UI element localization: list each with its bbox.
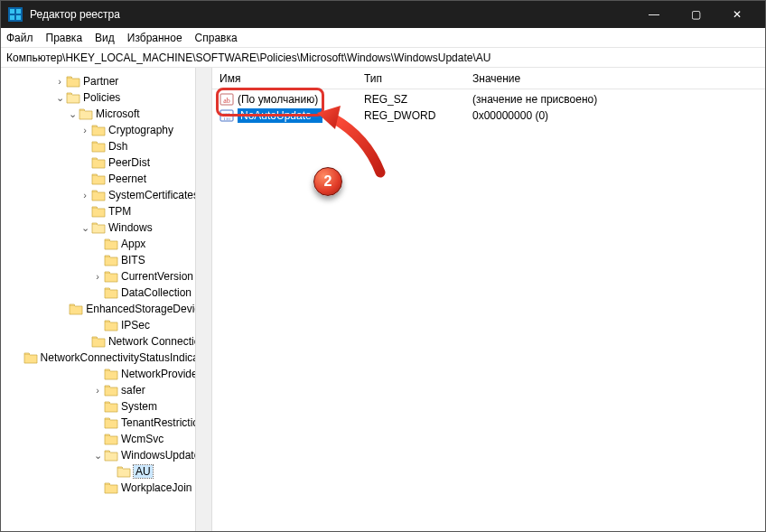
folder-icon xyxy=(91,221,106,234)
folder-icon xyxy=(104,384,118,397)
folder-icon xyxy=(104,400,118,413)
list-row[interactable]: 011110REG_DWORD0x00000000 (0) xyxy=(212,107,765,124)
tree-item[interactable]: BITS xyxy=(3,252,211,268)
tree-item[interactable]: ⌄Microsoft xyxy=(3,106,211,122)
value-type: REG_SZ xyxy=(357,93,465,106)
value-type: REG_DWORD xyxy=(357,109,465,122)
close-button[interactable]: ✕ xyxy=(716,1,758,28)
tree-item[interactable]: TPM xyxy=(3,203,211,219)
svg-rect-4 xyxy=(16,15,21,20)
tree-item-label: Dsh xyxy=(108,140,127,153)
tree-item[interactable]: Peernet xyxy=(3,171,211,187)
string-value-icon: ab xyxy=(220,92,234,107)
menu-view[interactable]: Вид xyxy=(95,32,115,44)
folder-icon xyxy=(66,75,80,88)
chevron-right-icon[interactable]: › xyxy=(53,76,66,87)
chevron-right-icon[interactable]: › xyxy=(91,385,104,396)
tree-item-label: Partner xyxy=(83,75,118,88)
address-bar[interactable]: Компьютер\HKEY_LOCAL_MACHINE\SOFTWARE\Po… xyxy=(1,48,765,68)
folder-icon xyxy=(104,433,118,445)
tree-item[interactable]: WcmSvc xyxy=(3,431,211,447)
folder-icon xyxy=(104,416,118,429)
maximize-button[interactable]: ▢ xyxy=(675,1,716,28)
folder-icon xyxy=(104,270,118,283)
svg-text:ab: ab xyxy=(223,97,230,105)
folder-icon xyxy=(91,335,106,348)
tree-pane[interactable]: ›Partner⌄Policies⌄Microsoft›Cryptography… xyxy=(1,68,212,531)
folder-icon xyxy=(104,481,118,494)
tree-item-label: TenantRestrictions xyxy=(121,416,210,429)
tree-item[interactable]: System xyxy=(3,398,211,415)
value-name[interactable] xyxy=(238,108,357,123)
tree-item[interactable]: IPSec xyxy=(3,317,211,333)
tree-item-label: System xyxy=(121,400,157,413)
chevron-right-icon[interactable]: › xyxy=(91,271,104,282)
col-header-type[interactable]: Тип xyxy=(357,72,465,85)
menu-favorites[interactable]: Избранное xyxy=(127,32,182,44)
tree-item[interactable]: ›CurrentVersion xyxy=(3,268,211,285)
tree-item-label: CurrentVersion xyxy=(121,270,193,283)
chevron-down-icon[interactable]: ⌄ xyxy=(79,222,91,234)
minimize-button[interactable]: — xyxy=(633,1,675,28)
tree-item-label: NetworkConnectivityStatusIndicator xyxy=(41,351,211,364)
tree-item[interactable]: ⌄Policies xyxy=(3,89,211,106)
chevron-down-icon[interactable]: ⌄ xyxy=(91,450,104,462)
tree-item[interactable]: PeerDist xyxy=(3,154,211,171)
tree-item[interactable]: ›SystemCertificates xyxy=(3,187,211,203)
tree-item-label: WindowsUpdate xyxy=(121,449,200,462)
folder-icon xyxy=(104,254,118,266)
chevron-down-icon[interactable]: ⌄ xyxy=(53,92,66,104)
tree-item[interactable]: ⌄Windows xyxy=(3,219,211,236)
tree-item-label: safer xyxy=(121,384,145,397)
list-row[interactable]: ab(По умолчанию)REG_SZ(значение не присв… xyxy=(212,91,765,107)
tree-item[interactable]: Dsh xyxy=(3,138,211,154)
value-name-input[interactable] xyxy=(238,108,322,123)
chevron-right-icon[interactable]: › xyxy=(79,190,91,201)
tree-item[interactable]: NetworkProvider xyxy=(3,366,211,382)
tree-item[interactable]: EnhancedStorageDevices xyxy=(3,301,211,317)
tree-item[interactable]: NetworkConnectivityStatusIndicator xyxy=(3,350,211,366)
values-pane[interactable]: Имя Тип Значение ab(По умолчанию)REG_SZ(… xyxy=(212,68,765,531)
app-icon xyxy=(8,7,23,22)
folder-icon xyxy=(91,205,106,218)
tree-item[interactable]: WorkplaceJoin xyxy=(3,480,211,496)
tree-item[interactable]: ›Partner xyxy=(3,73,211,89)
tree-item[interactable]: AU xyxy=(3,463,211,480)
menu-file[interactable]: Файл xyxy=(6,32,33,44)
titlebar[interactable]: Редактор реестра — ▢ ✕ xyxy=(1,1,765,28)
value-data: 0x00000000 (0) xyxy=(465,109,765,122)
tree-item-label: Network Connections xyxy=(108,335,211,348)
value-data: (значение не присвоено) xyxy=(465,93,765,106)
tree-item-label: PeerDist xyxy=(108,156,150,169)
tree-item-label: Appx xyxy=(121,238,145,250)
tree-item-label: EnhancedStorageDevices xyxy=(86,303,211,315)
folder-icon xyxy=(104,368,118,380)
folder-icon xyxy=(91,124,106,136)
tree-item[interactable]: Appx xyxy=(3,236,211,252)
menu-edit[interactable]: Правка xyxy=(46,32,83,44)
col-header-data[interactable]: Значение xyxy=(465,72,765,85)
menubar: Файл Правка Вид Избранное Справка xyxy=(1,28,765,48)
tree-item-label: Cryptography xyxy=(108,124,173,136)
tree-item-label: BITS xyxy=(121,254,145,266)
folder-icon xyxy=(117,465,131,478)
tree-item-label: WcmSvc xyxy=(121,433,163,445)
tree-item[interactable]: DataCollection xyxy=(3,285,211,301)
tree-item[interactable]: ›safer xyxy=(3,382,211,398)
folder-icon xyxy=(23,351,38,364)
folder-icon xyxy=(104,286,118,299)
col-header-name[interactable]: Имя xyxy=(212,72,357,85)
svg-rect-1 xyxy=(10,9,14,14)
menu-help[interactable]: Справка xyxy=(195,32,238,44)
tree-item-label: SystemCertificates xyxy=(108,189,199,201)
chevron-down-icon[interactable]: ⌄ xyxy=(66,108,79,120)
svg-text:110: 110 xyxy=(223,117,230,121)
tree-item[interactable]: TenantRestrictions xyxy=(3,415,211,431)
tree-item[interactable]: Network Connections xyxy=(3,333,211,350)
tree-item[interactable]: ›Cryptography xyxy=(3,122,211,138)
folder-icon xyxy=(91,189,106,201)
folder-icon xyxy=(104,319,118,331)
tree-item-label: Peernet xyxy=(108,173,146,185)
chevron-right-icon[interactable]: › xyxy=(79,125,91,135)
tree-item[interactable]: ⌄WindowsUpdate xyxy=(3,447,211,463)
